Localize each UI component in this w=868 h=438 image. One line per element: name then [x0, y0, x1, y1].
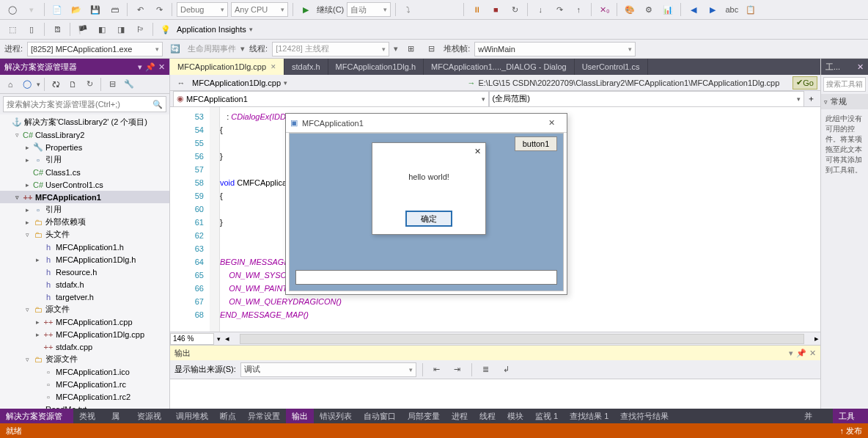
toolbox-section[interactable]: ▿常规 [821, 94, 868, 109]
tree-root[interactable]: ⚓ 解决方案'ClassLibrary2' (2 个项目) [0, 116, 169, 128]
out-t2-icon[interactable]: ⇥ [449, 362, 466, 378]
toolbox-header[interactable]: 工... ✕ [821, 59, 868, 75]
open-icon[interactable]: 📂 [68, 1, 84, 18]
tool1-icon[interactable]: 🎨 [622, 1, 638, 18]
window-tab[interactable]: 输出 [286, 409, 314, 423]
toolbox-search[interactable]: 搜索工具箱 [823, 77, 866, 92]
window-tab[interactable]: 解决方案资源管理器 [0, 409, 73, 423]
window-tab[interactable]: 自动窗口 [358, 409, 402, 423]
bc-path[interactable]: E:\LG\15 CSDN\20220709\ClassLibrary2\MFC… [478, 79, 779, 87]
out-wrap-icon[interactable]: ↲ [499, 362, 515, 378]
sln-search[interactable]: 🔍 [3, 96, 166, 112]
window-tab[interactable]: 调用堆栈 [170, 409, 214, 423]
frame-combo[interactable]: wWinMain [474, 42, 636, 56]
platform-combo[interactable]: Any CPU [231, 2, 288, 17]
t2-1-icon[interactable]: ⬚ [4, 21, 21, 37]
window-tab[interactable]: 查找结果 1 [564, 409, 614, 423]
split-icon[interactable]: ＋ [804, 93, 817, 104]
out-t1-icon[interactable]: ⇤ [429, 362, 445, 378]
msgbox-close-icon[interactable]: ✕ [474, 147, 481, 156]
tool3-icon[interactable]: 📊 [660, 1, 676, 18]
tree-item[interactable]: ▸C#UserControl1.cs [0, 178, 169, 191]
zoom-combo[interactable]: 146 % [170, 333, 214, 345]
collapse-icon[interactable]: ⊟ [105, 77, 119, 92]
tree-item[interactable]: hstdafx.h [0, 278, 169, 291]
scope-right[interactable]: (全局范围) [489, 91, 805, 107]
bc-nav-icon[interactable]: ↔ [173, 75, 189, 91]
props-icon[interactable]: 🔧 [122, 77, 136, 92]
t2-3-icon[interactable]: 🖺 [49, 21, 65, 37]
tool6-icon[interactable]: abc [724, 1, 740, 18]
tree-item[interactable]: ▿C#ClassLibrary2 [0, 128, 169, 141]
sync-icon[interactable]: 🗘 [48, 77, 63, 92]
zoom-icon[interactable]: ▾ [214, 335, 224, 343]
tree-item[interactable]: ▫MFCApplication1.rc2 [0, 390, 169, 403]
fwd-icon[interactable]: ▾ [23, 1, 40, 18]
window-tab[interactable]: 查找符号结果 [614, 409, 674, 423]
tree-item[interactable]: ▸++MFCApplication1.cpp [0, 315, 169, 328]
t2-7-icon[interactable]: 🏳 [132, 21, 148, 37]
insights-icon[interactable]: 💡 [158, 21, 174, 37]
window-tab[interactable]: 进程 [446, 409, 474, 423]
go-button[interactable]: ✔Go [792, 76, 817, 90]
mfc-button1[interactable]: button1 [515, 136, 557, 151]
stop-icon[interactable]: ■ [488, 1, 504, 18]
out-menu-icon[interactable]: ▾ [789, 348, 793, 358]
continue-label[interactable]: 继续(C) [317, 4, 344, 15]
continue-icon[interactable]: ▶ [298, 1, 314, 18]
window-tab[interactable]: 错误列表 [314, 409, 358, 423]
panel-close-icon[interactable]: ✕ [158, 62, 165, 72]
window-tab[interactable]: 资源视图 [131, 409, 170, 423]
step-icon[interactable]: ⤵ [400, 1, 416, 18]
tree-item[interactable]: ▸▫引用 [0, 153, 169, 166]
sln-search-input[interactable] [7, 100, 152, 109]
t2-5-icon[interactable]: ◧ [94, 21, 110, 37]
new-icon[interactable]: 📄 [49, 1, 65, 18]
doc-tab[interactable]: stdafx.h [284, 59, 328, 75]
window-tab[interactable]: 断点 [214, 409, 242, 423]
config-combo[interactable]: Debug [177, 2, 228, 17]
thread-combo[interactable]: [12428] 主线程 [272, 42, 389, 56]
tree-item[interactable]: ▫ReadMe.txt [0, 403, 169, 409]
tool2-icon[interactable]: ⚙ [641, 1, 657, 18]
t2-2-icon[interactable]: ▯ [23, 21, 40, 37]
sln-back-icon[interactable]: ◯ [20, 77, 34, 92]
t2c-icon[interactable]: ⊟ [423, 41, 439, 57]
window-tab[interactable]: 并行... [798, 409, 833, 423]
insights-label[interactable]: Application Insights [177, 25, 246, 34]
lifecycle-icon[interactable]: 🔄 [167, 41, 183, 57]
tree-item[interactable]: ▸▫引用 [0, 203, 169, 216]
window-tab[interactable]: 工具箱 [833, 409, 868, 423]
tree-item[interactable]: ▿🗀源文件 [0, 303, 169, 315]
tree-item[interactable]: ▿🗀头文件 [0, 228, 169, 241]
bc-file[interactable]: MFCApplication1Dlg.cpp [192, 79, 281, 87]
out-pin-icon[interactable]: 📌 [796, 348, 806, 358]
doc-tab[interactable]: MFCApplication1Dlg.cpp✕ [170, 59, 284, 75]
navback-icon[interactable]: ◀ [685, 1, 702, 18]
t2b-icon[interactable]: ⊞ [402, 41, 419, 57]
undo-icon[interactable]: ↶ [132, 1, 148, 18]
stepover-icon[interactable]: ↷ [551, 1, 567, 18]
tree-item[interactable]: ▸hMFCApplication1Dlg.h [0, 253, 169, 266]
tree-item[interactable]: ▫MFCApplication1.ico [0, 365, 169, 378]
tab-close-icon[interactable]: ✕ [271, 63, 276, 70]
window-tab[interactable]: 监视 1 [529, 409, 564, 423]
tree-item[interactable]: hMFCApplication1.h [0, 241, 169, 253]
window-tab[interactable]: 属性 [106, 409, 131, 423]
navfwd-icon[interactable]: ▶ [705, 1, 721, 18]
tree-item[interactable]: hResource.h [0, 266, 169, 278]
solution-explorer-header[interactable]: 解决方案资源管理器 ▾ 📌 ✕ [0, 59, 169, 75]
window-tab[interactable]: 模块 [501, 409, 529, 423]
tree-item[interactable]: htargetver.h [0, 291, 169, 303]
tree-item[interactable]: ▸🔧Properties [0, 141, 169, 153]
tree-item[interactable]: ▿🗀资源文件 [0, 353, 169, 365]
tool7-icon[interactable]: 📋 [743, 1, 759, 18]
msgbox-ok-button[interactable]: 确定 [405, 211, 452, 227]
back-icon[interactable]: ◯ [4, 1, 21, 18]
out-close-icon[interactable]: ✕ [809, 348, 816, 358]
doc-tab[interactable]: UserControl1.cs [575, 59, 648, 75]
showall-icon[interactable]: 🗋 [65, 77, 80, 92]
tree-item[interactable]: ▸🗀外部依赖项 [0, 216, 169, 228]
output-header[interactable]: 输出 ▾ 📌 ✕ [170, 346, 820, 360]
out-clear-icon[interactable]: ≣ [478, 362, 494, 378]
